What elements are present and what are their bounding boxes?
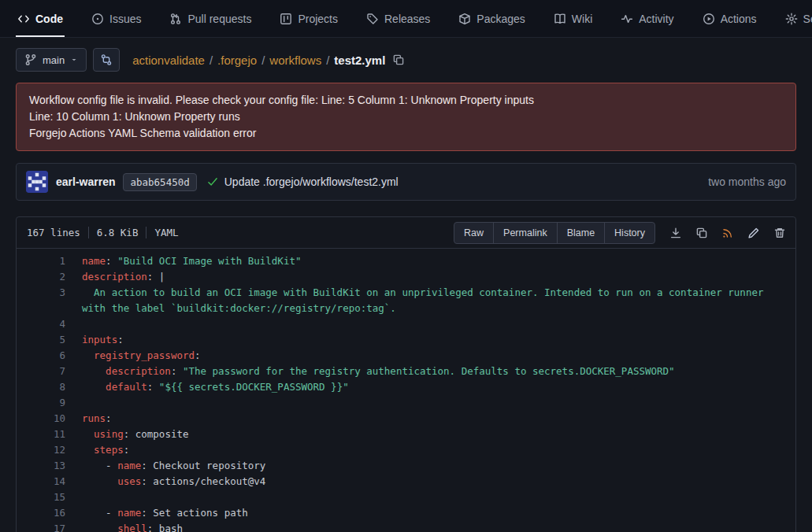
code-line: 10runs:	[17, 411, 795, 427]
tab-activity[interactable]: Activity	[619, 0, 675, 37]
commit-message[interactable]: Update .forgejo/workflows/test2.yml	[224, 175, 399, 188]
code-icon	[17, 13, 30, 25]
download-icon	[669, 227, 682, 239]
tab-packages[interactable]: Packages	[457, 0, 526, 37]
error-line: Workflow config file is invalid. Please …	[29, 92, 783, 109]
line-content: uses: actions/checkout@v4	[65, 474, 795, 490]
line-number[interactable]: 14	[17, 474, 65, 490]
commit-sha[interactable]: abab65450d	[123, 173, 196, 191]
breadcrumb-separator: /	[261, 54, 265, 67]
trash-icon	[773, 227, 786, 239]
line-content: description: "The password for the regis…	[65, 364, 795, 379]
tag-icon	[366, 13, 379, 25]
code-line: 6 registry_password:	[17, 348, 795, 364]
rss-button[interactable]	[721, 227, 734, 239]
line-content: using: composite	[65, 427, 795, 442]
blame-button[interactable]: Blame	[557, 222, 605, 244]
raw-button[interactable]: Raw	[454, 222, 494, 244]
line-content: registry_password:	[65, 348, 795, 364]
line-number[interactable]: 10	[17, 411, 65, 427]
download-button[interactable]	[669, 227, 682, 239]
line-content: shell: bash	[65, 521, 795, 532]
git-compare-icon	[100, 54, 113, 66]
line-number[interactable]: 13	[17, 458, 65, 474]
line-content	[65, 395, 795, 411]
code-line: 16 - name: Set actions path	[17, 505, 795, 521]
tab-issues[interactable]: Issues	[90, 0, 143, 37]
line-content	[65, 490, 795, 505]
chevron-down-icon	[70, 56, 78, 64]
copy-file-button[interactable]	[695, 227, 708, 239]
line-number[interactable]: 11	[17, 427, 65, 442]
line-number[interactable]: 2	[17, 269, 65, 285]
line-number[interactable]: 4	[17, 316, 65, 332]
line-number[interactable]: 8	[17, 379, 65, 395]
line-content: - name: Set actions path	[65, 505, 795, 521]
pr-icon	[169, 13, 182, 25]
line-number[interactable]: 16	[17, 505, 65, 521]
tab-settings[interactable]: Settings	[784, 0, 812, 37]
breadcrumb-actionvalidate[interactable]: actionvalidate	[132, 54, 205, 67]
commit-author[interactable]: earl-warren	[56, 175, 115, 188]
line-content	[65, 316, 795, 332]
copy-path-button[interactable]	[392, 54, 405, 66]
line-number[interactable]: 15	[17, 490, 65, 505]
breadcrumb-workflows[interactable]: workflows	[269, 54, 321, 67]
rss-icon	[721, 227, 734, 239]
delete-button[interactable]	[773, 227, 786, 239]
line-content: An action to build an OCI image with Bui…	[65, 285, 795, 316]
file-actions	[669, 227, 786, 239]
line-number[interactable]: 12	[17, 442, 65, 458]
error-line: Line: 10 Column 1: Unknown Property runs	[29, 109, 783, 125]
line-content: steps:	[65, 442, 795, 458]
code-line: 9	[17, 395, 795, 411]
compare-button[interactable]	[93, 48, 120, 72]
tab-actions[interactable]: Actions	[701, 0, 758, 37]
line-number[interactable]: 6	[17, 348, 65, 364]
copy-icon	[695, 227, 708, 239]
error-banner: Workflow config file is invalid. Please …	[16, 83, 796, 151]
tab-projects[interactable]: Projects	[278, 0, 339, 37]
projects-icon	[280, 13, 292, 25]
commit-age: two months ago	[708, 175, 786, 188]
repo-bar: main actionvalidate/.forgejo/workflows/t…	[0, 38, 812, 72]
code-line: 14 uses: actions/checkout@v4	[17, 474, 795, 490]
file-size: 6.8 KiB	[97, 227, 139, 238]
code-line: 8 default: "${{ secrets.DOCKER_PASSWORD …	[17, 379, 795, 395]
code-line: 5inputs:	[17, 332, 795, 348]
check-icon	[206, 175, 219, 188]
line-content: default: "${{ secrets.DOCKER_PASSWORD }}…	[65, 379, 795, 395]
line-number[interactable]: 7	[17, 364, 65, 379]
actions-icon	[703, 13, 715, 25]
branch-selector[interactable]: main	[16, 48, 87, 72]
view-buttons: RawPermalinkBlameHistory	[454, 222, 655, 244]
edit-button[interactable]	[747, 227, 760, 239]
code-line: 4	[17, 316, 795, 332]
file-language: YAML	[154, 227, 178, 238]
error-line: Forgejo Actions YAML Schema validation e…	[29, 125, 783, 142]
settings-label: Settings	[803, 13, 812, 25]
code-lines: 1name: "Build OCI Image with BuildKit"2d…	[17, 249, 795, 532]
code-line: 13 - name: Checkout repository	[17, 458, 795, 474]
tab-pull-requests[interactable]: Pull requests	[168, 0, 253, 37]
git-branch-icon	[24, 54, 37, 66]
line-number[interactable]: 1	[17, 253, 65, 269]
tab-wiki[interactable]: Wiki	[552, 0, 594, 37]
history-button[interactable]: History	[604, 222, 655, 244]
breadcrumb--forgejo[interactable]: .forgejo	[217, 54, 257, 67]
avatar[interactable]	[26, 171, 48, 193]
line-number[interactable]: 3	[17, 285, 65, 316]
line-number[interactable]: 9	[17, 395, 65, 411]
branch-name: main	[43, 54, 65, 66]
tab-code[interactable]: Code	[16, 0, 65, 37]
line-number[interactable]: 5	[17, 332, 65, 348]
top-nav: CodeIssuesPull requestsProjectsReleasesP…	[0, 0, 812, 38]
line-content: name: "Build OCI Image with BuildKit"	[65, 253, 795, 269]
line-number[interactable]: 17	[17, 521, 65, 532]
permalink-button[interactable]: Permalink	[493, 222, 558, 244]
copy-icon	[392, 54, 405, 66]
breadcrumb-separator: /	[326, 54, 329, 67]
tab-releases[interactable]: Releases	[365, 0, 432, 37]
package-icon	[458, 13, 471, 25]
code-line: 15	[17, 490, 795, 505]
